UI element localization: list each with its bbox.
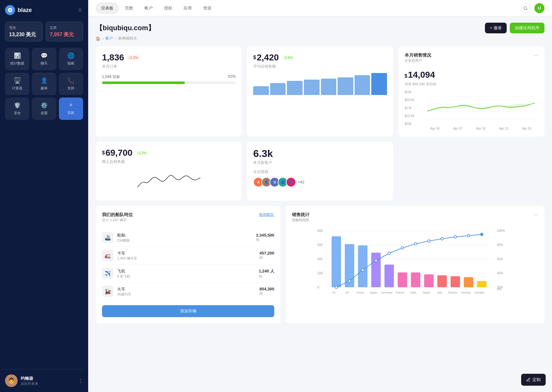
monthly-amount: 14,094 [408, 70, 435, 80]
calculator-icon: 🖥️ [14, 77, 21, 84]
monthly-more-button[interactable]: ··· [534, 53, 538, 58]
sales-chart-area: 800 600 400 200 0 100% 80% 60% 40% 20% 0… [292, 227, 538, 297]
plane-value-block: 1,240 人 吨 [259, 268, 274, 279]
svg-rect-34 [411, 272, 420, 287]
search-button[interactable] [521, 3, 531, 13]
sidebar-footer: 👨 约翰逊 反应开发者 ⋮ [5, 369, 83, 387]
svg-text:Japan: Japan [370, 291, 378, 294]
bar-3 [287, 81, 303, 95]
progress-label: 1,048 目标 62% [102, 74, 236, 80]
user-info: 👨 约翰逊 反应开发者 [5, 374, 38, 387]
guide-label: 指南 [67, 61, 74, 66]
sidebar-item-chat[interactable]: 💬 聊天 [32, 48, 56, 70]
sidebar-item-settings[interactable]: ⚙️ 设置 [32, 98, 56, 120]
svg-text:Norway: Norway [461, 291, 471, 294]
sidebar-item-analytics[interactable]: 📊 统计数据 [5, 48, 29, 70]
top-nav-right: U [521, 3, 544, 13]
customize-label: 定制 [532, 377, 541, 383]
sales-chart-title: 销售统计 [292, 212, 310, 218]
new-customers-card: 6.3k 本月新客户 今日英雄 A 👤 S 🔵 👤 +42 [247, 142, 393, 201]
bar-4 [304, 80, 320, 95]
train-name: 火车 [117, 286, 256, 292]
progress-pct: 62% [228, 74, 236, 80]
budget-value: 13,230 美元 [9, 31, 38, 37]
tab-dashboard[interactable]: 仪表板 [96, 3, 119, 14]
main-content: 仪表板 页数 帐户 授权 应用 资源 U 【biqubiqu.com】 + 邀请… [88, 0, 552, 392]
ship-info: 船舶 234艘舰 [117, 232, 252, 243]
heroes-avatars: A 👤 S 🔵 👤 +42 [253, 177, 387, 187]
fleet-sub: 总计 1,247 辆车 [102, 218, 133, 222]
top-nav: 仪表板 页数 帐户 授权 应用 资源 U [88, 0, 552, 16]
sales-chart-more-button[interactable]: ··· [534, 212, 538, 218]
tab-apps[interactable]: 应用 [179, 3, 197, 14]
sidebar-item-add[interactable]: + 添新 [59, 98, 83, 120]
truck-count: 1,460 辆卡车 [117, 256, 256, 261]
svg-point-2 [79, 9, 80, 10]
logo-text: blaze [18, 7, 32, 14]
svg-text:800: 800 [317, 229, 323, 232]
svg-rect-32 [384, 265, 394, 287]
sidebar-settings-icon[interactable] [77, 7, 83, 14]
truck-name: 卡车 [117, 250, 256, 256]
svg-text:Canada: Canada [474, 291, 484, 294]
svg-rect-38 [464, 277, 473, 287]
svg-point-50 [467, 234, 470, 237]
ship-count: 234艘舰 [117, 238, 252, 243]
heroes-section: 今日英雄 A 👤 S 🔵 👤 +42 [253, 169, 387, 187]
plane-value: 1,240 人 [259, 268, 274, 274]
avg-sales-card: $ 2,420 ↑2.6% 平均日销售额 [247, 46, 393, 137]
fleet-header: 我们的船队吨位 总计 1,247 辆车 检阅船队 [102, 212, 274, 227]
fleet-title-block: 我们的船队吨位 总计 1,247 辆车 [102, 212, 133, 227]
chat-icon: 💬 [41, 52, 48, 59]
tab-pages[interactable]: 页数 [120, 3, 138, 14]
tab-account[interactable]: 帐户 [139, 3, 158, 14]
media-label: 媒体 [41, 86, 48, 91]
hero-avatar-5: 👤 [286, 177, 296, 187]
tab-auth[interactable]: 授权 [159, 3, 177, 14]
svg-text:US: US [332, 291, 336, 294]
add-vehicle-button[interactable]: 添加车辆 [102, 305, 274, 317]
svg-text:India: India [410, 291, 416, 294]
page-header: 【biqubiqu.com】 + 邀请 创建应用程序 [96, 23, 544, 33]
customers-label: 本月新客户 [253, 160, 387, 165]
breadcrumb-current: 奥弗维耶夫 [118, 36, 137, 41]
sidebar-item-media[interactable]: 👤 媒体 [32, 73, 56, 95]
fleet-link[interactable]: 检阅船队 [259, 212, 274, 217]
train-value-block: 804,300 吨 [259, 287, 274, 296]
ship-name: 船舶 [117, 232, 252, 238]
total-sales-header: $ 69,700 ↑2.2% [102, 148, 236, 158]
breadcrumb-account[interactable]: 帐户 [105, 36, 113, 41]
sidebar-item-guide[interactable]: 🌐 指南 [59, 48, 83, 70]
avg-sales-badge: ↑2.6% [281, 55, 295, 60]
sidebar-item-security[interactable]: 🛡️ 安全 [5, 98, 29, 120]
bar-1 [253, 86, 269, 95]
avg-sales-header: $ 2,420 ↑2.6% [253, 53, 387, 63]
nav-tabs: 仪表板 页数 帐户 授权 应用 资源 [96, 3, 216, 14]
wave-chart [102, 168, 236, 193]
logo-icon [5, 5, 15, 15]
svg-rect-35 [424, 274, 434, 287]
sidebar-item-support[interactable]: 📞 支持 [59, 73, 83, 95]
customize-button[interactable]: 定制 [521, 374, 546, 386]
svg-point-1 [79, 8, 80, 9]
monthly-sales-card: 本月销售情况 全渠道用户 ··· $ 14,094 另有 $48,346 至目标… [398, 46, 544, 137]
calculator-label: 计算器 [12, 86, 22, 91]
tab-resources[interactable]: 资源 [198, 3, 216, 14]
svg-point-46 [414, 243, 417, 245]
stats-row: 1,836 ↓2.2% 本月订单 1,048 目标 62% $ [96, 46, 544, 137]
user-more-button[interactable]: ⋮ [78, 378, 83, 384]
top-nav-avatar[interactable]: U [534, 3, 544, 13]
monthly-note: 另有 $48,346 至目标 [405, 82, 538, 87]
fleet-card: 我们的船队吨位 总计 1,247 辆车 检阅船队 🚢 船舶 234艘舰 2,34… [96, 206, 281, 323]
user-name: 约翰逊 [21, 376, 38, 381]
sidebar-item-calculator[interactable]: 🖥️ 计算器 [5, 73, 29, 95]
svg-text:400: 400 [317, 257, 323, 261]
invite-button[interactable]: + 邀请 [485, 23, 507, 33]
monthly-chart: $24k $20.5K $17K $13.5K $10K [405, 89, 538, 130]
add-icon: + [69, 102, 73, 109]
create-app-button[interactable]: 创建应用程序 [510, 23, 544, 33]
hero-count: +42 [298, 180, 304, 184]
progress-target: 1,048 目标 [102, 74, 120, 80]
analytics-label: 统计数据 [10, 61, 24, 66]
chat-label: 聊天 [41, 61, 48, 66]
